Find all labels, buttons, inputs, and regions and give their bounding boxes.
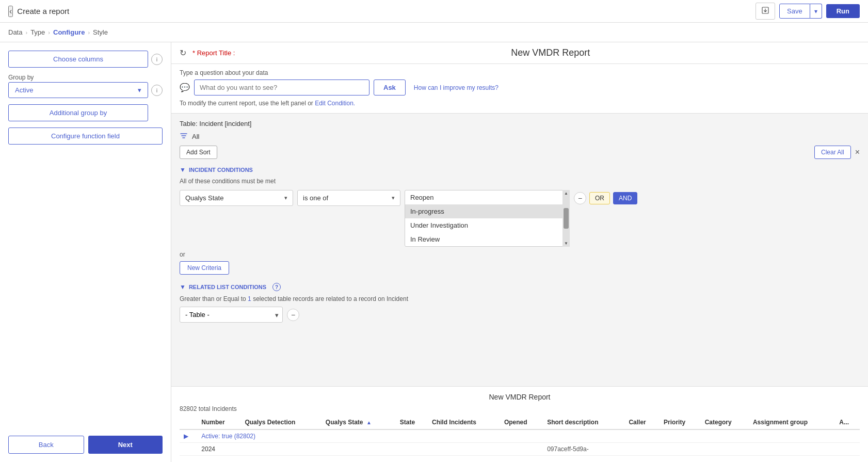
- related-desc-suffix: selected table records are related to a …: [253, 295, 408, 302]
- left-panel: Choose columns i Group by Active ▾ i Add…: [0, 42, 171, 462]
- filter-icon: [180, 132, 188, 141]
- additional-group-by-button[interactable]: Additional group by: [8, 104, 148, 121]
- top-back-button[interactable]: ‹: [8, 6, 13, 17]
- right-panel: ↻ * Report Title : New VMDR Report Type …: [171, 42, 868, 462]
- filter-all-label: All: [192, 133, 199, 140]
- back-button[interactable]: Back: [8, 436, 84, 454]
- additional-group-by-row: Additional group by i: [8, 104, 163, 121]
- new-criteria-button[interactable]: New Criteria: [180, 261, 229, 275]
- table-header-row: Number Qualys Detection Qualys State ▲ S…: [180, 416, 860, 429]
- condition-op-inner: is one of ▾: [303, 194, 395, 202]
- dropdown-item-in-review[interactable]: In Review: [405, 232, 569, 246]
- group-by-label: Group by: [8, 74, 163, 81]
- active-expand-icon[interactable]: ▶: [184, 433, 188, 440]
- row-priority: [660, 443, 701, 456]
- table-select[interactable]: - Table -: [180, 307, 283, 323]
- dropdown-item-inprogress[interactable]: In-progress: [405, 204, 569, 218]
- page-title: Create a report: [17, 7, 69, 15]
- group-by-arrow: ▾: [138, 86, 141, 94]
- next-button[interactable]: Next: [88, 436, 163, 454]
- col-more: A...: [835, 416, 860, 429]
- col-number[interactable]: Number: [197, 416, 240, 429]
- run-button[interactable]: Run: [826, 4, 860, 18]
- and-button[interactable]: AND: [613, 192, 637, 204]
- row-more-col: [835, 443, 860, 456]
- preview-table: Number Qualys Detection Qualys State ▲ S…: [180, 416, 860, 456]
- save-button-group: Save ▾: [779, 4, 822, 19]
- row-short-desc: 097aceff-5d9a-: [543, 443, 624, 456]
- dropdown-scrollbar: ▲ ▼: [562, 190, 570, 247]
- choose-columns-button[interactable]: Choose columns: [8, 51, 148, 68]
- breadcrumb-sep-2: ›: [48, 29, 50, 36]
- filter-header: All: [180, 132, 860, 141]
- related-help-icon[interactable]: ?: [272, 283, 281, 291]
- related-highlight[interactable]: 1: [248, 295, 251, 302]
- col-qualys-state[interactable]: Qualys State ▲: [322, 416, 396, 429]
- row-empty: [180, 443, 197, 456]
- close-conditions-button[interactable]: ×: [855, 148, 860, 157]
- ask-button[interactable]: Ask: [374, 79, 406, 95]
- condition-operator[interactable]: is one of ▾: [297, 190, 400, 206]
- group-by-info-icon[interactable]: i: [151, 85, 163, 96]
- condition-field-value: Qualys State: [185, 194, 223, 202]
- chat-icon: 💬: [180, 83, 190, 92]
- dropdown-container: Reopen In-progress Under Investigation I…: [405, 190, 570, 247]
- configure-function-field-button[interactable]: Configure function field: [8, 128, 163, 145]
- incident-conditions-header[interactable]: ▼ INCIDENT CONDITIONS: [180, 166, 860, 173]
- related-desc: Greater than or Equal to 1 selected tabl…: [180, 295, 860, 302]
- clear-all-button[interactable]: Clear All: [814, 146, 851, 159]
- save-button[interactable]: Save: [779, 4, 810, 19]
- incident-conditions-desc: All of these conditions must be met: [180, 178, 860, 185]
- or-button[interactable]: OR: [589, 192, 610, 204]
- export-button[interactable]: [756, 3, 775, 20]
- col-state[interactable]: State: [396, 416, 428, 429]
- query-input[interactable]: [194, 79, 369, 95]
- edit-condition-link[interactable]: Edit Condition.: [315, 100, 355, 107]
- breadcrumb-data[interactable]: Data: [8, 28, 22, 36]
- main-layout: Choose columns i Group by Active ▾ i Add…: [0, 42, 868, 462]
- choose-columns-row: Choose columns i: [8, 51, 163, 68]
- col-opened[interactable]: Opened: [500, 416, 543, 429]
- col-short-description[interactable]: Short description: [543, 416, 624, 429]
- query-area: Type a question about your data 💬 Ask Ho…: [171, 64, 868, 114]
- condition-field[interactable]: Qualys State ▾: [180, 190, 293, 206]
- choose-columns-info-icon[interactable]: i: [151, 54, 163, 65]
- left-panel-spacer: [8, 151, 163, 429]
- left-panel-bottom-buttons: Back Next: [8, 436, 163, 454]
- remove-related-button[interactable]: −: [287, 309, 299, 321]
- dropdown-item-reopen[interactable]: Reopen: [405, 190, 569, 204]
- col-priority[interactable]: Priority: [660, 416, 701, 429]
- improve-link[interactable]: How can I improve my results?: [414, 84, 499, 91]
- row-qualys-state: [322, 443, 396, 456]
- breadcrumb-style[interactable]: Style: [93, 28, 108, 36]
- active-group-row: ▶ Active: true (82802): [180, 429, 860, 443]
- breadcrumb-type[interactable]: Type: [30, 28, 45, 36]
- col-category[interactable]: Category: [701, 416, 749, 429]
- related-list-header[interactable]: ▼ RELATED LIST CONDITIONS ?: [180, 283, 860, 291]
- condition-row-1: Qualys State ▾ is one of ▾: [180, 190, 860, 247]
- qualys-state-sort-icon: ▲: [366, 420, 372, 425]
- breadcrumb-configure[interactable]: Configure: [53, 28, 85, 36]
- preview-title: New VMDR Report: [180, 393, 860, 401]
- sort-bar-right: Clear All ×: [814, 146, 860, 159]
- preview-table-wrapper: Number Qualys Detection Qualys State ▲ S…: [180, 416, 860, 456]
- row-number: 2024: [197, 443, 240, 456]
- sort-bar: Add Sort Clear All ×: [180, 146, 860, 159]
- preview-area: New VMDR Report 82802 total Incidents Nu…: [171, 386, 868, 462]
- conditions-panel: Table: Incident [incident] All Add Sort …: [171, 114, 868, 386]
- col-child-incidents[interactable]: Child Incidents: [428, 416, 500, 429]
- save-dropdown-button[interactable]: ▾: [810, 4, 822, 19]
- group-by-select[interactable]: Active ▾: [8, 82, 148, 98]
- dropdown-item-under-investigation[interactable]: Under Investigation: [405, 218, 569, 232]
- col-assignment-group[interactable]: Assignment group: [749, 416, 835, 429]
- refresh-button[interactable]: ↻: [180, 48, 186, 58]
- row-expand-icon[interactable]: ▶: [180, 429, 197, 443]
- add-sort-button[interactable]: Add Sort: [180, 146, 217, 159]
- col-qualys-detection[interactable]: Qualys Detection: [240, 416, 321, 429]
- modify-text: To modify the current report, use the le…: [180, 100, 860, 107]
- condition-field-arrow: ▾: [284, 195, 287, 201]
- col-caller[interactable]: Caller: [624, 416, 660, 429]
- remove-condition-button[interactable]: −: [574, 192, 586, 204]
- preview-count: 82802 total Incidents: [180, 405, 860, 412]
- row-qualys-detection: [240, 443, 321, 456]
